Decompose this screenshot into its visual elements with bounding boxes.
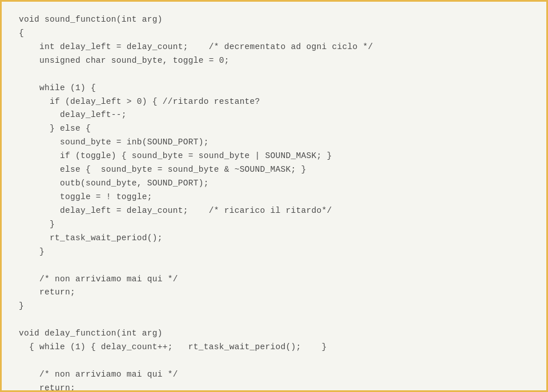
code-display: void sound_function(int arg) { int delay… [19,13,529,392]
code-container: void sound_function(int arg) { int delay… [0,0,548,392]
